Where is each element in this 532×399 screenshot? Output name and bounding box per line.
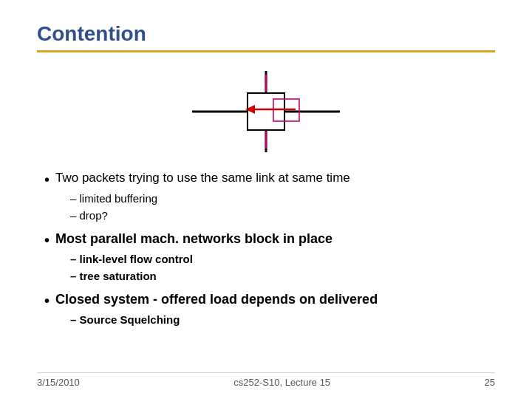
bullet-dot-2: •: [44, 231, 50, 249]
sub-item-1-1: – limited buffering: [70, 191, 495, 208]
bullet-main-2: • Most parallel mach. networks block in …: [44, 231, 495, 249]
sub-item-1-2: – drop?: [70, 208, 495, 225]
bullet-text-1: Two packets trying to use the same link …: [55, 171, 350, 185]
bullet-item-2: • Most parallel mach. networks block in …: [44, 231, 495, 284]
sub-items-3: – Source Squelching: [70, 312, 495, 329]
diagram-area: [37, 67, 495, 156]
bullet-text-3: Closed system - offered load depends on …: [55, 292, 378, 307]
footer-date: 3/15/2010: [37, 377, 80, 388]
bullet-item-3: • Closed system - offered load depends o…: [44, 292, 495, 329]
slide-title: Contention: [37, 22, 495, 46]
contention-diagram: [192, 71, 340, 152]
bullet-item-1: • Two packets trying to use the same lin…: [44, 171, 495, 224]
slide-container: Contention • Two: [0, 0, 532, 399]
content-area: • Two packets trying to use the same lin…: [37, 171, 495, 329]
bullet-text-2: Most parallel mach. networks block in pl…: [55, 231, 332, 247]
sub-items-1: – limited buffering – drop?: [70, 191, 495, 224]
sub-item-2-2: – tree saturation: [70, 268, 495, 285]
footer-page: 25: [485, 377, 495, 388]
bullet-main-3: • Closed system - offered load depends o…: [44, 292, 495, 310]
sub-item-2-1: – link-level flow control: [70, 251, 495, 268]
bullet-main-1: • Two packets trying to use the same lin…: [44, 171, 495, 188]
title-section: Contention: [37, 22, 495, 52]
sub-item-3-1: – Source Squelching: [70, 312, 495, 329]
footer-course: cs252-S10, Lecture 15: [233, 377, 330, 388]
bullet-dot-1: •: [44, 171, 50, 188]
footer: 3/15/2010 cs252-S10, Lecture 15 25: [37, 372, 495, 388]
sub-items-2: – link-level flow control – tree saturat…: [70, 251, 495, 284]
bullet-dot-3: •: [44, 292, 50, 310]
